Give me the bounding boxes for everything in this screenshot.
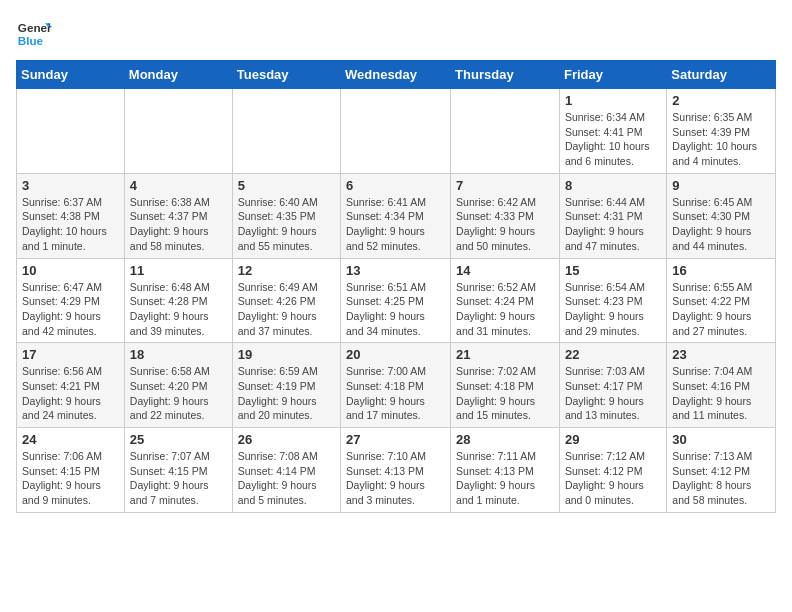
calendar-cell: 10Sunrise: 6:47 AM Sunset: 4:29 PM Dayli… bbox=[17, 258, 125, 343]
calendar-cell bbox=[17, 89, 125, 174]
calendar-cell bbox=[451, 89, 560, 174]
day-number: 17 bbox=[22, 347, 119, 362]
day-number: 29 bbox=[565, 432, 661, 447]
day-info: Sunrise: 7:03 AM Sunset: 4:17 PM Dayligh… bbox=[565, 364, 661, 423]
calendar-cell: 22Sunrise: 7:03 AM Sunset: 4:17 PM Dayli… bbox=[559, 343, 666, 428]
day-number: 2 bbox=[672, 93, 770, 108]
calendar-cell: 2Sunrise: 6:35 AM Sunset: 4:39 PM Daylig… bbox=[667, 89, 776, 174]
day-number: 18 bbox=[130, 347, 227, 362]
day-number: 21 bbox=[456, 347, 554, 362]
day-number: 4 bbox=[130, 178, 227, 193]
day-number: 14 bbox=[456, 263, 554, 278]
day-info: Sunrise: 7:04 AM Sunset: 4:16 PM Dayligh… bbox=[672, 364, 770, 423]
day-number: 22 bbox=[565, 347, 661, 362]
day-number: 20 bbox=[346, 347, 445, 362]
day-info: Sunrise: 6:49 AM Sunset: 4:26 PM Dayligh… bbox=[238, 280, 335, 339]
day-number: 15 bbox=[565, 263, 661, 278]
day-info: Sunrise: 7:02 AM Sunset: 4:18 PM Dayligh… bbox=[456, 364, 554, 423]
col-header-friday: Friday bbox=[559, 61, 666, 89]
day-number: 12 bbox=[238, 263, 335, 278]
week-row-4: 17Sunrise: 6:56 AM Sunset: 4:21 PM Dayli… bbox=[17, 343, 776, 428]
calendar-cell: 6Sunrise: 6:41 AM Sunset: 4:34 PM Daylig… bbox=[341, 173, 451, 258]
day-number: 8 bbox=[565, 178, 661, 193]
calendar-cell: 26Sunrise: 7:08 AM Sunset: 4:14 PM Dayli… bbox=[232, 428, 340, 513]
day-number: 3 bbox=[22, 178, 119, 193]
logo: General Blue bbox=[16, 16, 52, 52]
day-info: Sunrise: 6:35 AM Sunset: 4:39 PM Dayligh… bbox=[672, 110, 770, 169]
day-number: 9 bbox=[672, 178, 770, 193]
day-info: Sunrise: 7:13 AM Sunset: 4:12 PM Dayligh… bbox=[672, 449, 770, 508]
day-info: Sunrise: 7:12 AM Sunset: 4:12 PM Dayligh… bbox=[565, 449, 661, 508]
calendar-cell: 19Sunrise: 6:59 AM Sunset: 4:19 PM Dayli… bbox=[232, 343, 340, 428]
day-info: Sunrise: 6:54 AM Sunset: 4:23 PM Dayligh… bbox=[565, 280, 661, 339]
col-header-thursday: Thursday bbox=[451, 61, 560, 89]
calendar-cell: 30Sunrise: 7:13 AM Sunset: 4:12 PM Dayli… bbox=[667, 428, 776, 513]
calendar-cell: 8Sunrise: 6:44 AM Sunset: 4:31 PM Daylig… bbox=[559, 173, 666, 258]
day-info: Sunrise: 7:07 AM Sunset: 4:15 PM Dayligh… bbox=[130, 449, 227, 508]
calendar-cell: 20Sunrise: 7:00 AM Sunset: 4:18 PM Dayli… bbox=[341, 343, 451, 428]
day-info: Sunrise: 6:41 AM Sunset: 4:34 PM Dayligh… bbox=[346, 195, 445, 254]
day-info: Sunrise: 6:58 AM Sunset: 4:20 PM Dayligh… bbox=[130, 364, 227, 423]
day-number: 5 bbox=[238, 178, 335, 193]
day-number: 11 bbox=[130, 263, 227, 278]
day-info: Sunrise: 6:55 AM Sunset: 4:22 PM Dayligh… bbox=[672, 280, 770, 339]
day-info: Sunrise: 6:51 AM Sunset: 4:25 PM Dayligh… bbox=[346, 280, 445, 339]
day-info: Sunrise: 7:06 AM Sunset: 4:15 PM Dayligh… bbox=[22, 449, 119, 508]
calendar-cell: 24Sunrise: 7:06 AM Sunset: 4:15 PM Dayli… bbox=[17, 428, 125, 513]
calendar-cell: 9Sunrise: 6:45 AM Sunset: 4:30 PM Daylig… bbox=[667, 173, 776, 258]
calendar-cell: 28Sunrise: 7:11 AM Sunset: 4:13 PM Dayli… bbox=[451, 428, 560, 513]
day-info: Sunrise: 6:44 AM Sunset: 4:31 PM Dayligh… bbox=[565, 195, 661, 254]
day-info: Sunrise: 7:08 AM Sunset: 4:14 PM Dayligh… bbox=[238, 449, 335, 508]
day-number: 13 bbox=[346, 263, 445, 278]
col-header-monday: Monday bbox=[124, 61, 232, 89]
day-info: Sunrise: 6:37 AM Sunset: 4:38 PM Dayligh… bbox=[22, 195, 119, 254]
calendar-cell: 21Sunrise: 7:02 AM Sunset: 4:18 PM Dayli… bbox=[451, 343, 560, 428]
week-row-1: 1Sunrise: 6:34 AM Sunset: 4:41 PM Daylig… bbox=[17, 89, 776, 174]
svg-text:Blue: Blue bbox=[18, 34, 44, 47]
day-number: 19 bbox=[238, 347, 335, 362]
day-number: 25 bbox=[130, 432, 227, 447]
day-info: Sunrise: 6:56 AM Sunset: 4:21 PM Dayligh… bbox=[22, 364, 119, 423]
day-info: Sunrise: 6:45 AM Sunset: 4:30 PM Dayligh… bbox=[672, 195, 770, 254]
day-number: 23 bbox=[672, 347, 770, 362]
calendar-cell: 17Sunrise: 6:56 AM Sunset: 4:21 PM Dayli… bbox=[17, 343, 125, 428]
calendar-cell: 27Sunrise: 7:10 AM Sunset: 4:13 PM Dayli… bbox=[341, 428, 451, 513]
day-info: Sunrise: 6:34 AM Sunset: 4:41 PM Dayligh… bbox=[565, 110, 661, 169]
day-info: Sunrise: 6:42 AM Sunset: 4:33 PM Dayligh… bbox=[456, 195, 554, 254]
svg-text:General: General bbox=[18, 21, 52, 34]
col-header-sunday: Sunday bbox=[17, 61, 125, 89]
calendar-cell: 1Sunrise: 6:34 AM Sunset: 4:41 PM Daylig… bbox=[559, 89, 666, 174]
calendar-cell: 3Sunrise: 6:37 AM Sunset: 4:38 PM Daylig… bbox=[17, 173, 125, 258]
calendar-cell: 4Sunrise: 6:38 AM Sunset: 4:37 PM Daylig… bbox=[124, 173, 232, 258]
day-info: Sunrise: 6:59 AM Sunset: 4:19 PM Dayligh… bbox=[238, 364, 335, 423]
calendar-cell: 16Sunrise: 6:55 AM Sunset: 4:22 PM Dayli… bbox=[667, 258, 776, 343]
col-header-wednesday: Wednesday bbox=[341, 61, 451, 89]
calendar-cell: 7Sunrise: 6:42 AM Sunset: 4:33 PM Daylig… bbox=[451, 173, 560, 258]
calendar-cell: 14Sunrise: 6:52 AM Sunset: 4:24 PM Dayli… bbox=[451, 258, 560, 343]
day-number: 10 bbox=[22, 263, 119, 278]
week-row-3: 10Sunrise: 6:47 AM Sunset: 4:29 PM Dayli… bbox=[17, 258, 776, 343]
page-header: General Blue bbox=[16, 16, 776, 52]
week-row-2: 3Sunrise: 6:37 AM Sunset: 4:38 PM Daylig… bbox=[17, 173, 776, 258]
calendar-cell: 5Sunrise: 6:40 AM Sunset: 4:35 PM Daylig… bbox=[232, 173, 340, 258]
calendar-cell bbox=[124, 89, 232, 174]
day-number: 16 bbox=[672, 263, 770, 278]
calendar-cell: 23Sunrise: 7:04 AM Sunset: 4:16 PM Dayli… bbox=[667, 343, 776, 428]
calendar-cell bbox=[232, 89, 340, 174]
day-info: Sunrise: 6:40 AM Sunset: 4:35 PM Dayligh… bbox=[238, 195, 335, 254]
calendar-table: SundayMondayTuesdayWednesdayThursdayFrid… bbox=[16, 60, 776, 513]
calendar-cell: 18Sunrise: 6:58 AM Sunset: 4:20 PM Dayli… bbox=[124, 343, 232, 428]
day-info: Sunrise: 7:10 AM Sunset: 4:13 PM Dayligh… bbox=[346, 449, 445, 508]
day-info: Sunrise: 6:38 AM Sunset: 4:37 PM Dayligh… bbox=[130, 195, 227, 254]
day-info: Sunrise: 6:48 AM Sunset: 4:28 PM Dayligh… bbox=[130, 280, 227, 339]
day-number: 28 bbox=[456, 432, 554, 447]
day-info: Sunrise: 7:11 AM Sunset: 4:13 PM Dayligh… bbox=[456, 449, 554, 508]
day-number: 24 bbox=[22, 432, 119, 447]
calendar-cell bbox=[341, 89, 451, 174]
day-info: Sunrise: 6:47 AM Sunset: 4:29 PM Dayligh… bbox=[22, 280, 119, 339]
day-number: 30 bbox=[672, 432, 770, 447]
col-header-tuesday: Tuesday bbox=[232, 61, 340, 89]
day-number: 7 bbox=[456, 178, 554, 193]
calendar-cell: 29Sunrise: 7:12 AM Sunset: 4:12 PM Dayli… bbox=[559, 428, 666, 513]
col-header-saturday: Saturday bbox=[667, 61, 776, 89]
